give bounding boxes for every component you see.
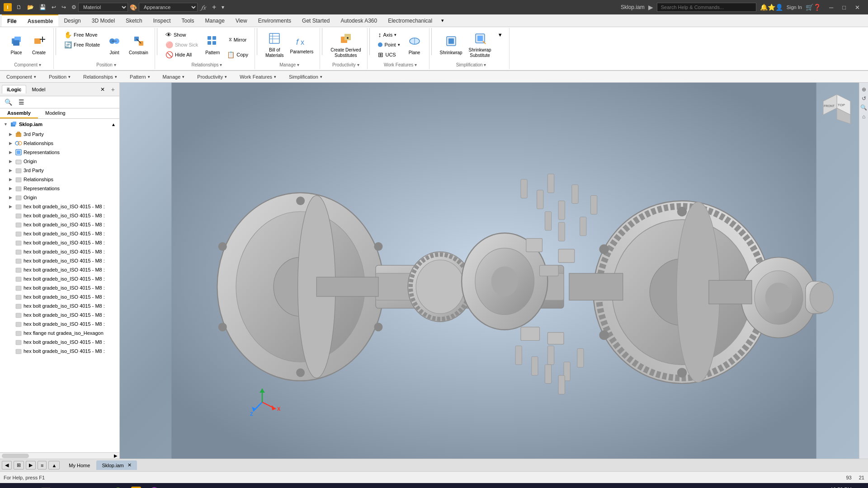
tab-view[interactable]: View — [230, 14, 253, 27]
close-btn[interactable]: ✕ — [850, 2, 864, 13]
panel-close-btn[interactable]: ✕ — [98, 85, 108, 94]
subpanel-simplification[interactable]: Simplification — [286, 73, 325, 80]
tree-item-bolt16[interactable]: hex bolt gradeb_iso_ISO 4015 - M8 : — [0, 347, 119, 356]
tree-item-representations[interactable]: ▶Representations — [0, 184, 119, 193]
start-button[interactable]: ⊞ — [4, 485, 18, 488]
tab-design[interactable]: Design — [58, 14, 86, 27]
pan-tool[interactable]: ⊕ — [862, 86, 866, 93]
tree-item-bolt15[interactable]: hex bolt gradeb_iso_ISO 4015 - M8 : — [0, 338, 119, 347]
position-group-label[interactable]: Position — [96, 61, 116, 67]
tree-item-origin[interactable]: ▶ Origin — [0, 157, 119, 166]
viewcube-area[interactable]: TOP FRONT — [816, 90, 857, 131]
panel-tab-ilogic[interactable]: iLogic — [2, 85, 26, 94]
joint-button[interactable]: Joint — [104, 30, 125, 61]
fx-btn[interactable]: 𝑓𝑥 — [198, 3, 209, 12]
open-btn[interactable]: 📂 — [25, 3, 36, 11]
tree-item-bolt6[interactable]: hex bolt gradeb_iso_ISO 4015 - M8 : — [0, 247, 119, 256]
rotate-tool[interactable]: ↺ — [862, 95, 866, 102]
workfeatures-group-label[interactable]: Work Features — [384, 61, 417, 67]
tab-environments[interactable]: Environments — [253, 14, 297, 27]
relationships-group-label[interactable]: Relationships — [192, 61, 222, 67]
user-icon[interactable]: 👤 — [775, 4, 783, 11]
constrain-button[interactable]: Constrain — [126, 30, 151, 61]
tree-item-bolt4[interactable]: hex bolt gradeb_iso_ISO 4015 - M8 : — [0, 229, 119, 238]
tree-item-bolt13[interactable]: hex bolt gradeb_iso_ISO 4015 - M8 : — [0, 310, 119, 319]
component-group-label[interactable]: Component — [14, 61, 41, 67]
copy-button[interactable]: 📋 Copy — [224, 50, 251, 60]
tree-scroll-right[interactable]: ▶ — [112, 453, 119, 458]
parameters-button[interactable]: f x Parameters — [288, 30, 316, 61]
minimize-btn[interactable]: ─ — [825, 2, 838, 13]
subpanel-pattern[interactable]: Pattern — [127, 73, 152, 80]
tab-assemble[interactable]: Assemble — [22, 14, 59, 27]
simplification-group-label[interactable]: Simplification — [456, 61, 486, 67]
panel-add-btn[interactable]: + — [108, 85, 118, 94]
manage-group-label[interactable]: Manage — [279, 61, 299, 67]
tree-item-bolt10[interactable]: hex bolt gradeb_iso_ISO 4015 - M8 : — [0, 283, 119, 292]
mirror-button[interactable]: ⧖ Mirror — [224, 30, 251, 50]
taskbar-mail[interactable]: ✉ — [92, 484, 108, 488]
tree-item-bolt8[interactable]: hex bolt gradeb_iso_ISO 4015 - M8 : — [0, 265, 119, 274]
question-icon[interactable]: ❓ — [813, 4, 821, 11]
dropdown-btn[interactable]: ▾ — [219, 3, 227, 11]
show-sick-button[interactable]: 🔴 Show Sick — [163, 40, 201, 50]
tree-menu-btn[interactable]: ☰ — [16, 97, 27, 107]
tab-manage[interactable]: Manage — [200, 14, 230, 27]
productivity-group-label[interactable]: Productivity — [332, 61, 359, 67]
home-tool[interactable]: ⌂ — [862, 113, 865, 120]
tree-item-bolt3[interactable]: hex bolt gradeb_iso_ISO 4015 - M8 : — [0, 220, 119, 229]
tab-nav-list[interactable]: ≡ — [38, 461, 47, 469]
settings-btn[interactable]: ⚙ — [70, 3, 78, 11]
tab-sketch[interactable]: Sketch — [120, 14, 148, 27]
tab-nav-up[interactable]: ▲ — [48, 461, 60, 469]
simplification-filter-button[interactable]: ▼ — [495, 30, 505, 40]
tree-item-representations[interactable]: ▶ Representations — [0, 148, 119, 157]
subpanel-position[interactable]: Position — [46, 73, 73, 80]
undo-btn[interactable]: ↩ — [50, 3, 58, 11]
redo-btn[interactable]: ↪ — [60, 3, 68, 11]
tree-root-item[interactable]: ▼ Sklop.iam ▲ — [0, 119, 119, 130]
plus-btn[interactable]: + — [209, 2, 219, 12]
new-btn[interactable]: 🗋 — [14, 3, 24, 11]
show-button[interactable]: 👁 Show — [163, 30, 201, 40]
viewcube[interactable]: TOP FRONT — [816, 90, 857, 131]
hide-all-button[interactable]: 🚫 Hide All — [163, 50, 201, 60]
cart-icon[interactable]: 🛒 — [806, 4, 813, 11]
tree-item-bolt1[interactable]: ▶hex bolt gradeb_iso_ISO 4015 - M8 : — [0, 202, 119, 211]
plane-button[interactable]: Plane — [404, 30, 425, 61]
taskbar-app2[interactable]: 🟣 — [146, 484, 162, 488]
tab-3dmodel[interactable]: 3D Model — [86, 14, 120, 27]
create-button[interactable]: Create — [28, 30, 50, 61]
subpanel-component[interactable]: Component — [4, 73, 39, 80]
sign-in[interactable]: Sign In — [787, 5, 802, 10]
sklop-tab-close[interactable]: ✕ — [127, 462, 132, 468]
star-icon[interactable]: ⭐ — [768, 4, 775, 11]
tree-item-bolt2[interactable]: hex bolt gradeb_iso_ISO 4015 - M8 : — [0, 211, 119, 220]
maximize-btn[interactable]: □ — [838, 2, 850, 13]
tree-item-bolt11[interactable]: hex bolt gradeb_iso_ISO 4015 - M8 : — [0, 292, 119, 301]
bottom-tab-sklop[interactable]: Sklop.iam ✕ — [96, 460, 137, 470]
free-rotate-button[interactable]: 🔄 Free Rotate — [61, 40, 103, 50]
taskbar-inventor[interactable]: I — [128, 484, 144, 488]
tree-tab-modeling[interactable]: Modeling — [38, 108, 73, 118]
help-icon[interactable]: 🔔 — [760, 4, 768, 11]
tree-item-bolt7[interactable]: hex bolt gradeb_iso_ISO 4015 - M8 : — [0, 256, 119, 265]
tab-nav-grid[interactable]: ⊞ — [14, 461, 24, 469]
taskbar-search-btn[interactable]: 🔍 — [18, 486, 34, 488]
tree-scroll-up[interactable]: ▲ — [111, 122, 116, 127]
subpanel-productivity[interactable]: Productivity — [194, 73, 230, 80]
bottom-tab-myhome[interactable]: My Home — [63, 461, 95, 470]
tree-item-bolt5[interactable]: hex bolt gradeb_iso_ISO 4015 - M8 : — [0, 238, 119, 247]
tree-tab-assembly[interactable]: Assembly — [0, 108, 38, 118]
tree-item-bolt9[interactable]: hex bolt gradeb_iso_ISO 4015 - M8 : — [0, 274, 119, 283]
appearance-dropdown[interactable]: Appearance — [139, 3, 198, 12]
place-button[interactable]: Place — [5, 30, 27, 61]
tab-nav-left[interactable]: ◀ — [2, 461, 12, 469]
tree-hscrollbar[interactable]: ▶ — [0, 452, 119, 459]
tab-file[interactable]: File — [2, 14, 22, 27]
subpanel-workfeatures[interactable]: Work Features — [237, 73, 279, 80]
hscroll-thumb[interactable] — [2, 454, 29, 458]
sklop-nav[interactable]: ▶ — [648, 4, 653, 11]
taskbar-store[interactable]: 🛍 — [74, 484, 90, 488]
tree-item-3rdparty[interactable]: ▶ 3rd Party — [0, 130, 119, 139]
